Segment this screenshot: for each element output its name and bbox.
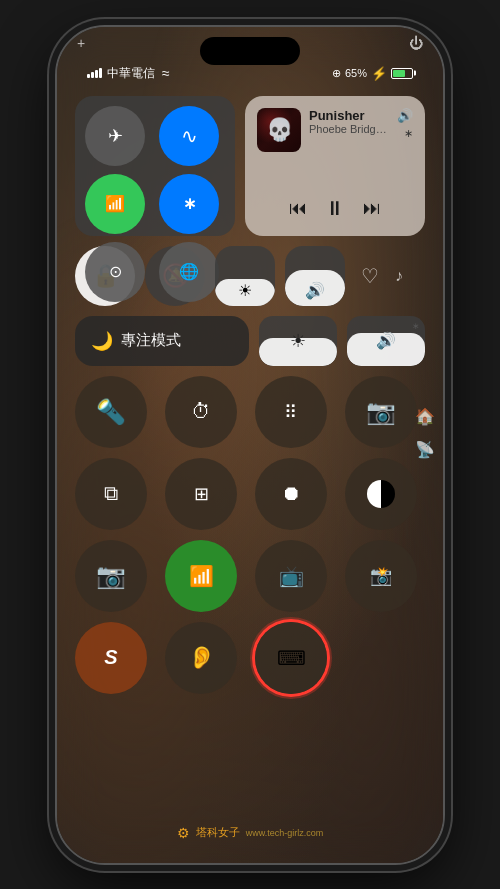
keyboard-dismiss-button[interactable]: ⌨ [255, 622, 327, 694]
media-controls: ⏮ ⏸ ⏭ [257, 193, 413, 224]
carrier-name: 中華電信 [107, 65, 155, 82]
hotspot-icon: 🌐 [179, 262, 199, 281]
airdrop-icon: ⊙ [109, 262, 122, 281]
camera-icon: 📷 [366, 398, 396, 426]
wifi-status-icon: ≈ [162, 65, 170, 81]
ear-icon: 👂 [188, 645, 215, 671]
timer-button[interactable]: ⏱ [165, 376, 237, 448]
screen-mirror-icon: ⧉ [104, 482, 118, 505]
grid-row-3: 📷 📶 📺 📸 [75, 540, 425, 612]
flashlight-button[interactable]: 🔦 [75, 376, 147, 448]
skull-icon: 💀 [266, 117, 293, 143]
watermark-gear-icon: ⚙ [177, 825, 190, 841]
album-art-inner: 💀 [257, 108, 301, 152]
screen-record-button[interactable]: ⏺ [255, 458, 327, 530]
invert-icon [367, 480, 395, 508]
watermark: ⚙ 塔科女子 www.tech-girlz.com [177, 825, 324, 841]
top-section: ✈ ∿ 📶 ∗ ⊙ 🌐 [75, 96, 425, 236]
previous-track-button[interactable]: ⏮ [289, 198, 307, 219]
qr-icon: ⊞ [194, 483, 209, 505]
connectivity-grid: ✈ ∿ 📶 ∗ ⊙ 🌐 [75, 96, 235, 236]
brightness-icon: ☀ [238, 281, 252, 300]
focus-mode-button[interactable]: 🌙 專注模式 [75, 316, 249, 366]
location-icon: ⊕ [332, 67, 341, 80]
camera2-button[interactable]: 📷 [75, 540, 147, 612]
watermark-url: www.tech-girlz.com [246, 828, 324, 838]
brightness-slider[interactable]: ☀ [215, 246, 275, 306]
media-info: Punisher Phoebe Bridgers [309, 108, 389, 135]
battery-icon [391, 68, 413, 79]
volume-wide-icon: 🔊 [376, 331, 396, 350]
wireless-side-icon[interactable]: 📡 [415, 440, 435, 459]
camera2-icon: 📷 [96, 562, 126, 590]
next-track-button[interactable]: ⏭ [363, 198, 381, 219]
instagram-button[interactable]: 📸 [345, 540, 417, 612]
bluetooth-button[interactable]: ∗ [159, 174, 219, 234]
remote-icon: 📺 [279, 564, 304, 588]
grid-row-2: ⧉ ⊞ ⏺ [75, 458, 425, 530]
media-airplay-icon[interactable]: 🔊 [397, 108, 413, 123]
focus-label: 專注模式 [121, 331, 181, 350]
watermark-brand: 塔科女子 [196, 825, 240, 840]
power-icon[interactable]: ⏻ [409, 35, 423, 51]
screen-mirror-button[interactable]: ⧉ [75, 458, 147, 530]
music-icon: ♪ [395, 267, 403, 285]
grid-row-1: 🔦 ⏱ ⠿ 📷 [75, 376, 425, 448]
media-artist: Phoebe Bridgers [309, 123, 389, 135]
flashlight-icon: 🔦 [96, 398, 126, 426]
remote-button[interactable]: 📺 [255, 540, 327, 612]
qr-scan-button[interactable]: ⊞ [165, 458, 237, 530]
airplane-icon: ✈ [108, 125, 123, 147]
status-left: 中華電信 ≈ [87, 65, 170, 82]
volume-slider[interactable]: 🔊 [285, 246, 345, 306]
cellular-button[interactable]: 📶 [85, 174, 145, 234]
camera-button[interactable]: 📷 [345, 376, 417, 448]
brightness-wide-slider[interactable]: ☀ [259, 316, 337, 366]
cellular-signal-button[interactable]: 📶 [165, 540, 237, 612]
favorite-button[interactable]: ♡ [361, 264, 379, 288]
hearing-button[interactable]: 👂 [165, 622, 237, 694]
timer-icon: ⏱ [191, 400, 211, 423]
signal-icon: 📶 [189, 564, 214, 588]
dynamic-island [200, 37, 300, 65]
media-controls-right: 🔊 ∗ [397, 108, 413, 140]
cellular-icon: 📶 [105, 194, 125, 213]
album-art: 💀 [257, 108, 301, 152]
control-center-content: ✈ ∿ 📶 ∗ ⊙ 🌐 [57, 88, 443, 704]
keyboard-dismiss-icon: ⌨ [277, 646, 306, 670]
home-side-icon[interactable]: 🏠 [415, 407, 435, 426]
status-right: ⊕ 65% ⚡ [332, 66, 413, 81]
empty-slot [345, 622, 417, 694]
moon-icon: 🌙 [91, 330, 113, 352]
calculator-icon: ⠿ [284, 401, 298, 423]
sun-icon: ☀ [290, 330, 306, 352]
hotspot-button[interactable]: 🌐 [159, 242, 219, 302]
plus-button[interactable]: + [77, 35, 85, 51]
volume-wide-slider[interactable]: 🔊 ∗ [347, 316, 425, 366]
right-side-icons: 🏠 📡 [415, 407, 435, 459]
battery-fill [393, 70, 405, 77]
color-invert-button[interactable] [345, 458, 417, 530]
media-player-card: 💀 Punisher Phoebe Bridgers 🔊 ∗ ⏮ ⏸ [245, 96, 425, 236]
shazam-button[interactable]: S [75, 622, 147, 694]
pause-button[interactable]: ⏸ [325, 197, 345, 220]
volume-icon: 🔊 [305, 281, 325, 300]
bluetooth-icon: ∗ [183, 194, 196, 213]
last-row: S 👂 ⌨ [75, 622, 425, 694]
media-top-row: 💀 Punisher Phoebe Bridgers 🔊 ∗ [257, 108, 413, 152]
calculator-button[interactable]: ⠿ [255, 376, 327, 448]
airplane-mode-button[interactable]: ✈ [85, 106, 145, 166]
phone-frame: + ⏻ 中華電信 ≈ ⊕ 65% ⚡ [55, 25, 445, 865]
focus-row: 🌙 專注模式 ☀ 🔊 ∗ [75, 316, 425, 366]
signal-bars [87, 68, 102, 78]
wifi-icon: ∿ [181, 124, 198, 148]
airdrop-button[interactable]: ⊙ [85, 242, 145, 302]
battery-percent: 65% [345, 67, 367, 79]
charging-icon: ⚡ [371, 66, 387, 81]
wifi-button[interactable]: ∿ [159, 106, 219, 166]
media-bluetooth-icon[interactable]: ∗ [404, 127, 413, 140]
record-icon: ⏺ [281, 482, 301, 505]
shazam-icon: S [104, 646, 117, 669]
bluetooth-small-icon: ∗ [412, 321, 420, 331]
media-title: Punisher [309, 108, 389, 123]
